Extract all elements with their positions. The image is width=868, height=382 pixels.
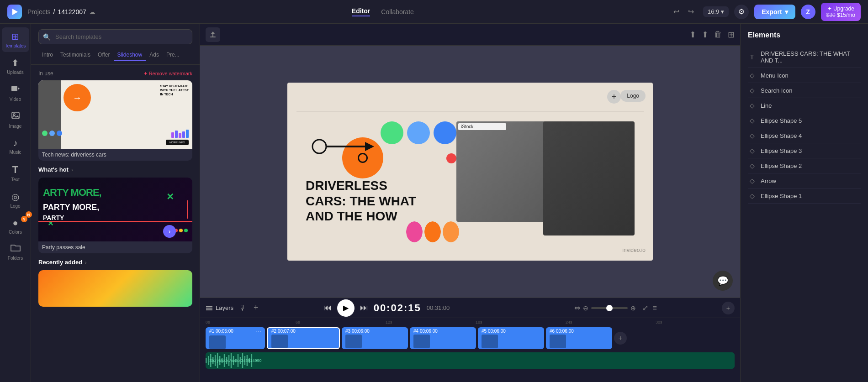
element-item-ellipse-5[interactable]: ◇ Ellipse Shape 5 bbox=[748, 113, 861, 128]
element-label-ellipse-2: Ellipse Shape 2 bbox=[761, 162, 802, 169]
element-item-ellipse-4[interactable]: ◇ Ellipse Shape 4 bbox=[748, 128, 861, 143]
party-next-btn[interactable]: › bbox=[163, 225, 176, 238]
canvas-content[interactable]: + Logo bbox=[287, 83, 653, 261]
sidebar-item-colors[interactable]: ● Colors N bbox=[2, 214, 29, 238]
colors-label: Colors bbox=[9, 230, 22, 235]
ellipse1-element-icon: ◇ bbox=[748, 192, 756, 199]
canvas-logo-button[interactable]: Logo bbox=[620, 90, 646, 102]
party-x2: ✕ bbox=[48, 219, 53, 228]
sidebar-item-templates[interactable]: ⊞ Templates bbox=[2, 27, 29, 52]
headline-3: AND THE HOW bbox=[306, 209, 397, 223]
redo-button[interactable]: ↪ bbox=[685, 5, 698, 18]
canvas-add-button[interactable]: + bbox=[607, 90, 621, 104]
audio-track[interactable]: Storyblock Audio 346914990 bbox=[206, 352, 735, 369]
aspect-ratio-label: 16:9 bbox=[708, 8, 719, 15]
track-clip-3[interactable]: #3 00:06:00 bbox=[342, 327, 408, 349]
element-item-menu-icon[interactable]: ◇ Menu Icon bbox=[748, 68, 861, 83]
add-layer-btn[interactable]: + bbox=[722, 302, 735, 314]
tab-testimonials[interactable]: Testimonials bbox=[57, 50, 94, 61]
delete-icon-btn[interactable]: 🗑 bbox=[714, 30, 722, 39]
sidebar-item-logo[interactable]: ◎ Logo bbox=[2, 188, 29, 212]
sidebar-item-uploads[interactable]: ⬆ Uploads bbox=[2, 54, 29, 78]
aspect-ratio-selector[interactable]: 16:9 ▾ bbox=[703, 6, 729, 17]
tab-intro[interactable]: Intro bbox=[38, 50, 57, 61]
upgrade-button[interactable]: ✦ Upgrade $30 $15/mo bbox=[821, 3, 861, 21]
element-item-arrow[interactable]: ◇ Arrow bbox=[748, 173, 861, 188]
next-button[interactable]: ⏭ bbox=[360, 303, 368, 313]
user-avatar[interactable]: Z bbox=[801, 5, 815, 19]
track-clip-1[interactable]: #1 00:05:00 ··· bbox=[206, 327, 265, 349]
arrow-element[interactable] bbox=[306, 124, 388, 169]
template-card-driverless[interactable]: ✓ → STAY UP-TO-DATEWITH THE LATESTIN TEC… bbox=[38, 80, 192, 161]
sidebar-item-image[interactable]: Image bbox=[2, 107, 29, 132]
element-item-ellipse-2[interactable]: ◇ Ellipse Shape 2 bbox=[748, 158, 861, 173]
settings-button[interactable]: ⚙ bbox=[734, 5, 749, 19]
element-item-ellipse-3[interactable]: ◇ Ellipse Shape 3 bbox=[748, 143, 861, 158]
svg-rect-12 bbox=[206, 352, 735, 369]
sidebar-item-music[interactable]: ♪ Music bbox=[2, 134, 29, 158]
track-clip-2[interactable]: #2 00:07:00 bbox=[267, 327, 340, 349]
prev-button[interactable]: ⏮ bbox=[323, 303, 332, 313]
recently-added-section-header[interactable]: Recently added › bbox=[38, 259, 192, 266]
tab-ads[interactable]: Ads bbox=[146, 50, 163, 61]
layers-button[interactable]: Layers bbox=[206, 304, 233, 312]
audio-track-row: Storyblock Audio 346914990 bbox=[206, 352, 735, 369]
search-input[interactable] bbox=[38, 29, 192, 44]
total-duration: 00:31:00 bbox=[427, 304, 450, 311]
undo-button[interactable]: ↩ bbox=[670, 5, 683, 18]
toolbar-upload-left[interactable] bbox=[206, 27, 220, 42]
project-name[interactable]: 14122007 bbox=[58, 8, 86, 16]
add-clip-button[interactable]: + bbox=[614, 332, 627, 345]
tab-collaborate[interactable]: Collaborate bbox=[381, 8, 414, 16]
aspect-ratio-chevron: ▾ bbox=[721, 8, 724, 15]
track-clip-5[interactable]: #5 00:06:00 bbox=[478, 327, 544, 349]
element-item-ellipse-1[interactable]: ◇ Ellipse Shape 1 bbox=[748, 188, 861, 204]
zoom-in-icon[interactable]: ⊕ bbox=[630, 304, 636, 312]
element-item-line[interactable]: ◇ Line bbox=[748, 98, 861, 113]
grid-icon-btn[interactable]: ⊞ bbox=[728, 30, 735, 40]
clip-4-thumb bbox=[413, 335, 430, 348]
element-item-search-icon[interactable]: ◇ Search Icon bbox=[748, 83, 861, 98]
remove-watermark-button[interactable]: ✦ Remove watermark bbox=[143, 71, 192, 77]
clip-1-menu[interactable]: ··· bbox=[256, 327, 261, 335]
uploads-label: Uploads bbox=[7, 70, 24, 75]
timeline-expand-btn[interactable]: ⤢ bbox=[642, 304, 648, 312]
track-clip-4[interactable]: #4 00:06:00 bbox=[410, 327, 476, 349]
sidebar-item-text[interactable]: T Text bbox=[2, 160, 29, 186]
element-label-search-icon: Search Icon bbox=[761, 87, 792, 94]
party-line bbox=[187, 200, 188, 219]
sidebar-item-folders[interactable]: Folders bbox=[2, 240, 29, 264]
playback-controls: ⏮ ▶ ⏭ 00:02:15 00:31:00 bbox=[323, 299, 450, 317]
audio-waveform bbox=[206, 352, 735, 369]
save-up-icon-btn[interactable]: ⬆ bbox=[702, 30, 709, 40]
expand-icon[interactable]: ⇔ bbox=[574, 304, 580, 312]
template-card-party[interactable]: ARTY MORE, PARTY MORE, PARTY ✕ ✕ › Party… bbox=[38, 178, 192, 253]
projects-link[interactable]: Projects bbox=[27, 8, 51, 16]
tab-pre[interactable]: Pre... bbox=[163, 50, 183, 61]
sidebar-item-video[interactable]: Video bbox=[2, 80, 29, 105]
app-logo[interactable] bbox=[7, 5, 22, 19]
tab-offer[interactable]: Offer bbox=[94, 50, 113, 61]
whats-hot-section-header[interactable]: What's hot › bbox=[38, 166, 192, 173]
play-button[interactable]: ▶ bbox=[337, 299, 355, 317]
upgrade-label: ✦ Upgrade bbox=[826, 5, 855, 12]
track-clip-6[interactable]: #6 00:06:00 bbox=[546, 327, 612, 349]
ellipse5-element-icon: ◇ bbox=[748, 117, 756, 124]
uploads-icon: ⬆ bbox=[11, 58, 19, 68]
mic-button[interactable]: 🎙 bbox=[239, 304, 246, 312]
tab-slideshow[interactable]: Slideshow bbox=[114, 50, 146, 61]
zoom-slider[interactable] bbox=[591, 307, 628, 309]
upload-icon-btn[interactable]: ⬆ bbox=[689, 30, 696, 40]
export-button[interactable]: Export ▾ bbox=[754, 5, 795, 19]
add-track-button[interactable]: + bbox=[254, 303, 259, 313]
timeline-settings-icon[interactable]: ≡ bbox=[653, 304, 657, 312]
zoom-thumb bbox=[606, 305, 613, 311]
toolbar-left bbox=[206, 27, 220, 42]
zoom-out-icon[interactable]: ⊖ bbox=[583, 304, 588, 312]
template-card-recent[interactable] bbox=[38, 270, 192, 307]
element-item-driverless-text[interactable]: T DRIVERLESS CARS: THE WHAT AND T... bbox=[748, 47, 861, 68]
tab-editor[interactable]: Editor bbox=[352, 7, 370, 16]
image-label: Image bbox=[9, 124, 22, 129]
ruler-mark-18s: 18s bbox=[476, 320, 566, 324]
ellipse4-element-icon: ◇ bbox=[748, 132, 756, 139]
